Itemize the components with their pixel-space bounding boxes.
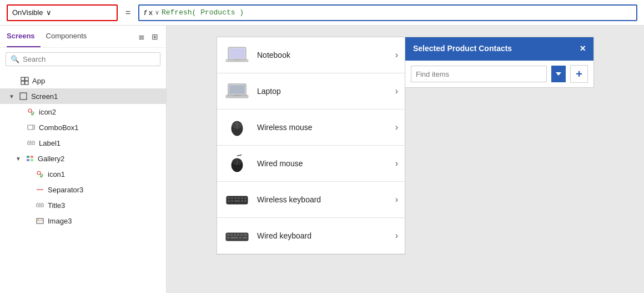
svg-point-21: [38, 219, 39, 220]
svg-rect-57: [230, 237, 238, 239]
gallery-item-notebook[interactable]: Notebook ›: [217, 37, 405, 73]
grid-view-icon[interactable]: ⊞: [150, 31, 159, 42]
svg-point-33: [235, 123, 239, 125]
svg-rect-12: [31, 156, 33, 158]
svg-rect-56: [227, 237, 229, 239]
svg-rect-50: [227, 234, 229, 236]
svg-rect-3: [25, 81, 28, 85]
gallery-icon: [26, 154, 34, 163]
svg-rect-40: [234, 197, 237, 199]
close-button[interactable]: ×: [580, 43, 586, 54]
svg-rect-29: [233, 95, 241, 96]
fx-icon: f: [144, 8, 146, 17]
fx-chevron: ∨: [155, 9, 159, 16]
icon2-label: icon2: [39, 108, 56, 116]
formula-bar[interactable]: f x ∨ Refresh( Products ): [138, 4, 637, 21]
tree-area: App ▼ Screen1 i: [0, 71, 166, 293]
tree-item-gallery2[interactable]: ▼ Gallery2: [0, 151, 166, 166]
gallery-item-wired-mouse[interactable]: Wired mouse ›: [217, 146, 405, 182]
icon1-icon: [36, 170, 44, 178]
tree-item-app[interactable]: App: [0, 73, 166, 88]
gallery-item-wireless-keyboard[interactable]: Wireless keyboard ›: [217, 182, 405, 218]
svg-rect-47: [241, 200, 243, 202]
wired-mouse-chevron: ›: [395, 158, 398, 168]
svg-rect-11: [27, 156, 29, 158]
tree-item-screen1[interactable]: ▼ Screen1: [0, 88, 166, 104]
search-input[interactable]: [23, 55, 155, 63]
svg-rect-43: [244, 197, 246, 199]
tree-item-icon1[interactable]: icon1: [0, 166, 166, 182]
wired-mouse-image: [224, 152, 250, 175]
svg-rect-45: [231, 200, 233, 202]
list-view-icon[interactable]: ≣: [137, 31, 146, 42]
main-area: Screens Components ≣ ⊞ 🔍 App: [0, 26, 644, 293]
search-icon: 🔍: [11, 55, 19, 63]
formula-name-label: OnVisible: [12, 8, 43, 17]
tab-components[interactable]: Components: [46, 26, 93, 47]
tree-item-label1[interactable]: Label1: [0, 135, 166, 151]
svg-rect-52: [234, 234, 236, 236]
svg-rect-7: [28, 125, 34, 130]
gallery-item-laptop[interactable]: Laptop ›: [217, 73, 405, 110]
svg-rect-25: [234, 59, 240, 61]
right-panel-header: Selected Product Contacts ×: [405, 37, 593, 59]
tree-item-icon2[interactable]: icon2: [0, 104, 166, 120]
gallery-panel: Notebook › Laptop ›: [217, 37, 405, 255]
wired-keyboard-image: [224, 225, 250, 247]
formula-name-dropdown[interactable]: OnVisible ∨: [7, 4, 118, 21]
svg-point-15: [37, 171, 41, 175]
app-label: App: [32, 77, 45, 85]
gallery2-expand-arrow: ▼: [16, 156, 21, 162]
label1-label: Label1: [39, 139, 61, 147]
tree-item-combobox1[interactable]: ComboBox1: [0, 120, 166, 135]
right-panel-title: Selected Product Contacts: [413, 44, 512, 53]
laptop-label: Laptop: [257, 87, 389, 96]
laptop-chevron: ›: [395, 86, 398, 96]
svg-rect-48: [244, 200, 246, 202]
add-button[interactable]: +: [570, 65, 588, 83]
top-bar: OnVisible ∨ = f x ∨ Refresh( Products ): [0, 0, 644, 26]
tree-item-image3[interactable]: Image3: [0, 213, 166, 229]
wired-keyboard-chevron: ›: [395, 231, 398, 241]
svg-rect-2: [21, 81, 24, 85]
notebook-chevron: ›: [395, 50, 398, 60]
right-panel-footer: +: [405, 61, 593, 87]
svg-rect-59: [243, 237, 247, 239]
label-icon: [27, 138, 36, 147]
icon1-label: icon1: [48, 170, 65, 178]
svg-rect-53: [237, 234, 239, 236]
tree-item-title3[interactable]: Title3: [0, 197, 166, 213]
svg-rect-39: [231, 197, 233, 199]
image3-icon: [36, 216, 44, 225]
separator-icon: [36, 185, 44, 194]
tree-item-separator3[interactable]: Separator3: [0, 182, 166, 197]
wireless-keyboard-label: Wireless keyboard: [257, 195, 389, 204]
svg-rect-4: [20, 93, 27, 100]
icon2-icon: [27, 107, 36, 116]
combobox1-label: ComboBox1: [39, 123, 79, 132]
find-items-input[interactable]: [411, 66, 547, 82]
tab-screens[interactable]: Screens: [7, 26, 41, 47]
title3-label: Title3: [48, 201, 65, 210]
tab-icons: ≣ ⊞: [137, 31, 159, 42]
gallery-item-wireless-mouse[interactable]: Wireless mouse ›: [217, 110, 405, 146]
fx-icon2: x: [149, 8, 153, 17]
svg-rect-13: [27, 159, 29, 161]
svg-rect-54: [240, 234, 243, 236]
equals-sign: =: [123, 8, 133, 18]
app-icon: [20, 76, 29, 85]
image3-label: Image3: [48, 217, 72, 225]
wireless-keyboard-image: [224, 188, 250, 211]
left-panel: Screens Components ≣ ⊞ 🔍 App: [0, 26, 167, 293]
svg-rect-58: [239, 237, 242, 239]
svg-rect-38: [228, 197, 230, 199]
gallery-item-wired-keyboard[interactable]: Wired keyboard ›: [217, 218, 405, 254]
wired-mouse-label: Wired mouse: [257, 159, 389, 168]
laptop-image: [224, 80, 250, 102]
find-items-dropdown[interactable]: [551, 66, 566, 82]
screen-icon: [19, 92, 28, 101]
svg-rect-0: [21, 77, 24, 81]
notebook-image: [224, 44, 250, 66]
wireless-mouse-chevron: ›: [395, 122, 398, 132]
formula-text: Refresh( Products ): [162, 8, 244, 17]
